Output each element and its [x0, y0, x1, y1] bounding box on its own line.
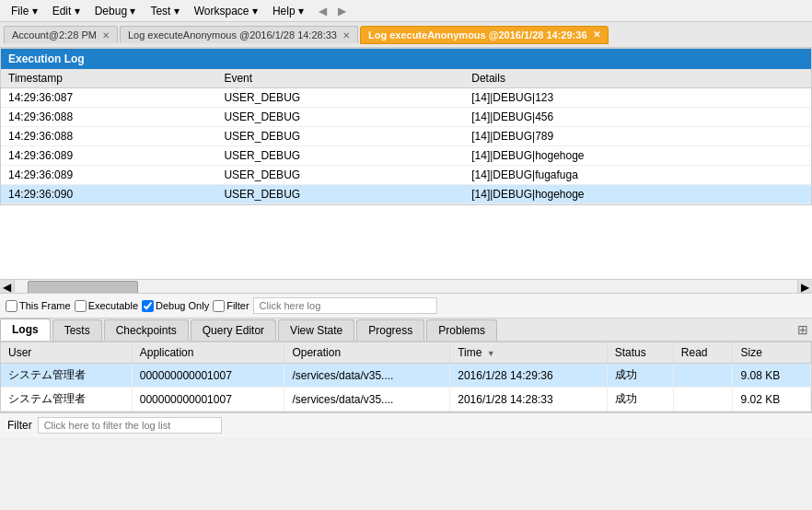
log-table-body: システム管理者 000000000001007 /services/data/v…	[1, 364, 811, 411]
log-time: 2016/1/28 14:28:33	[450, 388, 607, 411]
scroll-left-btn[interactable]: ◀	[0, 280, 15, 294]
nav-forward[interactable]: ▶	[334, 3, 350, 19]
menubar: File ▾ Edit ▾ Debug ▾ Test ▾ Workspace ▾…	[0, 0, 812, 22]
exec-log-row[interactable]: 14:29:36:088 USER_DEBUG [14]|DEBUG|789	[1, 127, 811, 146]
filter-bar: This Frame Executable Debug Only Filter	[0, 294, 812, 319]
exec-event: USER_DEBUG	[216, 127, 464, 146]
log-panel: User Application Operation Time ▼ Status…	[0, 342, 812, 412]
log-table-row[interactable]: システム管理者 000000000001007 /services/data/v…	[1, 364, 811, 388]
tab-account-close[interactable]: ✕	[102, 30, 110, 41]
log-table-row[interactable]: システム管理者 000000000001007 /services/data/v…	[1, 388, 811, 411]
log-user: システム管理者	[1, 364, 132, 388]
tab-log2-label: Log executeAnonymous @2016/1/28 14:29:36	[368, 29, 587, 41]
execution-log-header: Execution Log	[1, 49, 811, 69]
exec-log-row[interactable]: 14:29:36:090 USER_DEBUG [14]|DEBUG|hogeh…	[1, 185, 811, 204]
log-status: 成功	[607, 364, 673, 388]
log-col-time[interactable]: Time ▼	[450, 342, 607, 364]
exec-details: [14]|DEBUG|hogehoge	[464, 185, 811, 204]
empty-area	[0, 205, 812, 279]
scroll-thumb[interactable]	[28, 281, 138, 294]
executable-checkbox-label[interactable]: Executable	[75, 300, 138, 312]
exec-timestamp: 14:29:36:087	[1, 88, 216, 108]
col-timestamp: Timestamp	[1, 69, 216, 88]
nav-back[interactable]: ◀	[315, 3, 331, 19]
log-col-application: Application	[132, 342, 284, 364]
tab-log2-close[interactable]: ✕	[593, 29, 600, 40]
tab-log1[interactable]: Log executeAnonymous @2016/1/28 14:28:33…	[120, 26, 358, 43]
log-size: 9.08 KB	[733, 364, 811, 388]
bottom-filter-text: Filter	[7, 419, 32, 432]
expand-icon[interactable]: ⊞	[797, 322, 808, 337]
tab-query-editor[interactable]: Query Editor	[191, 319, 276, 341]
log-operation: /services/data/v35....	[284, 364, 450, 388]
tab-problems[interactable]: Problems	[426, 319, 497, 341]
debug-only-checkbox[interactable]	[142, 300, 154, 312]
this-frame-label: This Frame	[19, 300, 71, 311]
menu-test[interactable]: Test ▾	[143, 3, 186, 19]
executable-label: Executable	[88, 300, 138, 311]
bottom-filter-input[interactable]	[38, 417, 222, 434]
menu-edit[interactable]: Edit ▾	[45, 3, 87, 19]
tab-log2[interactable]: Log executeAnonymous @2016/1/28 14:29:36…	[360, 26, 609, 44]
exec-details: [14]|DEBUG|123	[464, 88, 811, 108]
exec-details: [14]|DEBUG|fugafuga	[464, 166, 811, 185]
exec-log-row[interactable]: 14:29:36:089 USER_DEBUG [14]|DEBUG|hogeh…	[1, 146, 811, 166]
exec-log-row[interactable]: 14:29:36:089 USER_DEBUG [14]|DEBUG|fugaf…	[1, 166, 811, 185]
bottom-filter-bar: Filter	[0, 412, 812, 437]
filter-checkbox[interactable]	[213, 300, 225, 312]
exec-timestamp: 14:29:36:088	[1, 108, 216, 127]
col-details: Details	[464, 69, 811, 88]
exec-event: USER_DEBUG	[216, 185, 464, 204]
execution-log-panel: Execution Log Timestamp Event Details 14…	[0, 48, 812, 205]
menu-help[interactable]: Help ▾	[265, 3, 311, 19]
log-operation: /services/data/v35....	[284, 388, 450, 411]
exec-log-row[interactable]: 14:29:36:088 USER_DEBUG [14]|DEBUG|456	[1, 108, 811, 127]
this-frame-checkbox[interactable]	[6, 300, 17, 312]
debug-only-label: Debug Only	[156, 300, 209, 311]
tab-bar: Account@2:28 PM ✕ Log executeAnonymous @…	[0, 22, 812, 48]
executable-checkbox[interactable]	[75, 300, 87, 312]
execution-log-table: Timestamp Event Details 14:29:36:087 USE…	[1, 69, 811, 204]
exec-details: [14]|DEBUG|789	[464, 127, 811, 146]
execution-log-body: 14:29:36:087 USER_DEBUG [14]|DEBUG|123 1…	[1, 88, 811, 204]
exec-log-row[interactable]: 14:29:36:087 USER_DEBUG [14]|DEBUG|123	[1, 88, 811, 108]
scroll-right-btn[interactable]: ▶	[797, 280, 812, 294]
sort-arrow: ▼	[487, 349, 495, 358]
log-col-operation: Operation	[284, 342, 450, 364]
debug-only-checkbox-label[interactable]: Debug Only	[142, 300, 209, 312]
horizontal-scrollbar[interactable]: ◀ ▶	[0, 279, 812, 294]
col-event: Event	[216, 69, 464, 88]
log-user: システム管理者	[1, 388, 132, 411]
bottom-tab-bar: Logs Tests Checkpoints Query Editor View…	[0, 319, 812, 342]
bottom-filter-label: Filter	[7, 419, 32, 432]
menu-file[interactable]: File ▾	[4, 3, 45, 19]
menu-workspace[interactable]: Workspace ▾	[187, 3, 265, 19]
this-frame-checkbox-label[interactable]: This Frame	[6, 300, 71, 312]
tab-account[interactable]: Account@2:28 PM ✕	[4, 26, 118, 43]
tab-log1-close[interactable]: ✕	[342, 30, 350, 41]
tab-logs[interactable]: Logs	[0, 319, 51, 341]
log-col-size: Size	[733, 342, 811, 364]
log-application: 000000000001007	[132, 364, 284, 388]
tab-tests[interactable]: Tests	[52, 319, 102, 341]
filter-label: Filter	[226, 300, 249, 311]
tab-progress[interactable]: Progress	[356, 319, 424, 341]
log-col-status: Status	[607, 342, 673, 364]
exec-timestamp: 14:29:36:089	[1, 166, 216, 185]
exec-event: USER_DEBUG	[216, 88, 464, 108]
log-read	[673, 388, 733, 411]
exec-event: USER_DEBUG	[216, 108, 464, 127]
exec-timestamp: 14:29:36:088	[1, 127, 216, 146]
exec-event: USER_DEBUG	[216, 146, 464, 166]
tab-view-state[interactable]: View State	[278, 319, 354, 341]
log-status: 成功	[607, 388, 673, 411]
tab-checkpoints[interactable]: Checkpoints	[104, 319, 189, 341]
filter-input[interactable]	[253, 297, 437, 314]
log-time: 2016/1/28 14:29:36	[450, 364, 607, 388]
filter-checkbox-label[interactable]: Filter	[213, 300, 249, 312]
log-table: User Application Operation Time ▼ Status…	[1, 342, 811, 411]
exec-details: [14]|DEBUG|hogehoge	[464, 146, 811, 166]
menu-debug[interactable]: Debug ▾	[87, 3, 144, 19]
log-read	[673, 364, 733, 388]
log-size: 9.02 KB	[733, 388, 811, 411]
